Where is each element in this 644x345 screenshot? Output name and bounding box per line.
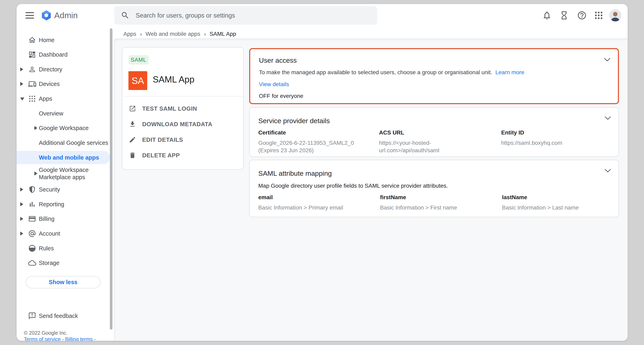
certificate-field: Certificate Google_2026-6-22-113953_SAML… [258,130,372,154]
steering-wheel-icon [28,244,36,252]
menu-hamburger-icon[interactable] [26,12,34,18]
sidebar-item-storage[interactable]: Storage [16,256,110,270]
certificate-value: Google_2026-6-22-113953_SAML2_0 (Expires… [258,139,372,154]
breadcrumb-current: SAML App [210,31,236,37]
test-saml-login-button[interactable]: TEST SAML LOGIN [122,101,243,116]
sidebar-item-devices[interactable]: Devices [16,77,110,91]
expand-arrow-icon[interactable] [34,172,38,176]
breadcrumb-web-and-mobile-apps[interactable]: Web and mobile apps [146,31,200,37]
app-initials-avatar: SA [128,71,147,90]
sidebar-item-web-and-mobile-apps[interactable]: Web and mobile apps [16,151,110,164]
expand-arrow-icon[interactable] [20,67,23,72]
firstname-mapping: firstName Basic Information > First name [380,194,493,211]
sidebar-scrollbar[interactable] [110,28,112,330]
search-input[interactable] [135,6,369,25]
open-in-new-icon [129,105,136,112]
sidebar-item-reporting[interactable]: Reporting [16,197,110,212]
pencil-icon [129,136,136,144]
cloud-icon [28,259,36,267]
breadcrumb-separator-icon: › [204,30,206,38]
apps-icon [28,95,36,103]
entity-id-value: https://saml.boxyhq.com [501,139,614,146]
breadcrumb-apps[interactable]: Apps [124,31,136,37]
at-sign-icon [28,230,36,238]
saml-app-card: SAML SA SAML App TEST SAML LOGIN DOWNLOA… [122,47,244,170]
sidebar-item-rules[interactable]: Rules [16,241,110,256]
lastname-mapping: lastName Basic Information > Last name [502,194,615,211]
legal-links: Terms of service - Billing terms - [24,336,96,341]
expand-arrow-icon[interactable] [34,126,38,130]
user-access-title: User access [259,56,297,64]
view-details-link[interactable]: View details [259,81,289,88]
account-avatar[interactable] [609,9,621,22]
acs-url-field: ACS URL https://<your-hosted- url.com>/a… [379,130,492,154]
expand-arrow-icon[interactable] [20,217,23,221]
shield-icon [28,186,36,194]
send-feedback-button[interactable]: Send feedback [16,308,110,323]
saml-type-badge: SAML [128,55,149,64]
show-less-button[interactable]: Show less [26,276,100,288]
collapse-arrow-icon[interactable] [20,98,24,100]
app-title: SAML App [153,74,194,84]
admin-console-window: Admin Apps › Web and mobile apps › SAML … [16,4,628,341]
dashboard-icon [28,50,36,59]
sidebar-item-security[interactable]: Security [16,182,110,197]
service-provider-card: Service provider details Certificate Goo… [249,107,619,157]
sidebar-item-dashboard[interactable]: Dashboard [16,47,110,62]
user-access-card[interactable]: User access To make the managed app avai… [249,48,619,104]
edit-details-button[interactable]: EDIT DETAILS [122,132,243,148]
sidebar-item-home[interactable]: Home [16,33,110,47]
attribute-mapping-description: Map Google directory user profile fields… [258,182,448,189]
expand-arrow-icon[interactable] [20,188,23,192]
breadcrumb: Apps › Web and mobile apps › SAML App [124,30,236,38]
attribute-mapping-title: SAML attribute mapping [258,170,332,177]
expand-arrow-icon[interactable] [20,232,23,236]
help-icon[interactable] [577,10,587,20]
person-icon [28,65,36,74]
copyright-text: © 2022 Google Inc. [24,330,68,336]
trash-icon [129,152,136,159]
sidebar-item-gw-marketplace-apps[interactable]: Google Workspace Marketplace apps [16,166,110,181]
content-area: SAML SA SAML App TEST SAML LOGIN DOWNLOA… [114,38,628,341]
sidebar-item-additional-google-services[interactable]: Additional Google services [16,136,110,150]
chevron-down-icon[interactable] [604,58,611,62]
user-access-description: To make the managed app available to sel… [259,69,524,76]
devices-icon [28,80,36,88]
bar-chart-icon [28,200,36,208]
global-search [114,6,377,25]
sidebar-item-google-workspace[interactable]: Google Workspace [16,121,110,135]
email-mapping: email Basic Information > Primary email [258,194,372,211]
download-metadata-button[interactable]: DOWNLOAD METADATA [122,116,243,132]
breadcrumb-separator-icon: › [140,30,142,38]
acs-url-value: https://<your-hosted- url.com>/api/oauth… [379,139,492,154]
sidebar-item-apps[interactable]: Apps [16,92,110,106]
google-admin-logo [41,10,52,22]
divider [122,96,243,96]
sidebar-item-directory[interactable]: Directory [16,62,110,77]
apps-grid-icon[interactable] [594,10,604,20]
attribute-mapping-card: SAML attribute mapping Map Google direct… [249,160,619,217]
learn-more-link[interactable]: Learn more [495,69,524,76]
chevron-down-icon[interactable] [604,116,611,120]
delete-app-button[interactable]: DELETE APP [122,148,243,163]
chevron-down-icon[interactable] [604,169,611,173]
service-provider-title: Service provider details [258,117,330,125]
terms-of-service-link[interactable]: Terms of service [24,336,61,341]
tasks-hourglass-icon[interactable] [559,10,569,20]
expand-arrow-icon[interactable] [20,82,23,86]
sidebar-item-billing[interactable]: Billing [16,212,110,226]
feedback-icon [28,312,36,320]
sidebar-item-overview[interactable]: Overview [16,106,110,121]
sidebar-item-account[interactable]: Account [16,226,110,241]
user-access-status: OFF for everyone [259,93,303,99]
notifications-bell-icon[interactable] [542,10,552,20]
entity-id-field: Entity ID https://saml.boxyhq.com [501,130,614,146]
search-icon [121,11,130,20]
billing-terms-link[interactable]: Billing terms [65,336,93,341]
home-icon [28,36,36,44]
expand-arrow-icon[interactable] [20,202,23,206]
brand-title: Admin [54,11,78,20]
credit-card-icon [28,215,36,223]
download-icon [129,120,136,128]
